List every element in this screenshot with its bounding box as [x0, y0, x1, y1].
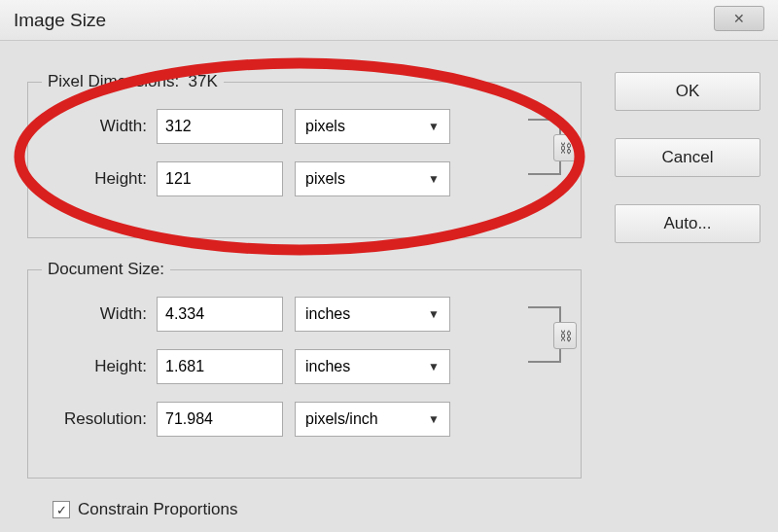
doc-resolution-unit-select[interactable]: pixels/inch ▼ — [295, 402, 450, 437]
pixel-width-input[interactable] — [157, 109, 283, 144]
chevron-down-icon: ▼ — [428, 307, 440, 321]
pixel-height-unit-value: pixels — [305, 170, 345, 188]
document-size-group: Document Size: Width: inches ▼ Height: i… — [27, 260, 582, 479]
cancel-button[interactable]: Cancel — [615, 138, 760, 177]
doc-width-unit-value: inches — [305, 305, 350, 323]
doc-height-row: Height: inches ▼ — [42, 349, 567, 384]
chevron-down-icon: ▼ — [428, 412, 440, 426]
constrain-proportions-checkbox[interactable]: ✓ — [53, 501, 70, 518]
doc-height-unit-value: inches — [305, 358, 350, 375]
doc-height-input[interactable] — [157, 349, 283, 384]
ok-button[interactable]: OK — [615, 72, 760, 111]
pixel-height-row: Height: pixels ▼ — [42, 161, 567, 196]
doc-width-input[interactable] — [157, 297, 283, 332]
chevron-down-icon: ▼ — [428, 172, 440, 186]
doc-resolution-input[interactable] — [157, 402, 283, 437]
link-icon[interactable]: ⛓ — [553, 134, 577, 161]
doc-resolution-label: Resolution: — [42, 409, 157, 429]
doc-width-row: Width: inches ▼ — [42, 297, 567, 332]
pixel-width-row: Width: pixels ▼ — [42, 109, 567, 144]
pixel-height-label: Height: — [42, 169, 157, 189]
doc-width-label: Width: — [42, 304, 157, 324]
pixel-dimensions-legend: Pixel Dimensions: 37K — [42, 72, 224, 91]
doc-resolution-row: Resolution: pixels/inch ▼ — [42, 402, 567, 437]
content-column: Pixel Dimensions: 37K Width: pixels ▼ He… — [27, 72, 582, 519]
doc-height-unit-select[interactable]: inches ▼ — [295, 349, 450, 384]
window-title: Image Size — [14, 10, 106, 31]
doc-resolution-unit-value: pixels/inch — [305, 410, 378, 428]
chevron-down-icon: ▼ — [428, 360, 440, 373]
dialog-body: Pixel Dimensions: 37K Width: pixels ▼ He… — [0, 41, 778, 532]
auto-button[interactable]: Auto... — [615, 204, 760, 243]
pixel-width-unit-select[interactable]: pixels ▼ — [295, 109, 450, 144]
doc-height-label: Height: — [42, 357, 157, 376]
checkmark-icon: ✓ — [56, 503, 67, 517]
close-icon: ✕ — [733, 11, 745, 26]
pixel-dimensions-group: Pixel Dimensions: 37K Width: pixels ▼ He… — [27, 72, 582, 238]
pixel-height-input[interactable] — [157, 161, 283, 196]
close-button[interactable]: ✕ — [714, 6, 764, 31]
pixel-height-unit-select[interactable]: pixels ▼ — [295, 161, 450, 196]
titlebar: Image Size ✕ — [0, 0, 778, 41]
pixel-width-unit-value: pixels — [305, 118, 345, 135]
document-size-legend: Document Size: — [42, 260, 170, 279]
side-buttons: OK Cancel Auto... — [615, 72, 760, 270]
constrain-proportions-row[interactable]: ✓ Constrain Proportions — [53, 500, 582, 519]
chevron-down-icon: ▼ — [428, 120, 440, 133]
link-icon[interactable]: ⛓ — [553, 322, 577, 349]
doc-width-unit-select[interactable]: inches ▼ — [295, 297, 450, 332]
constrain-proportions-label: Constrain Proportions — [78, 500, 237, 519]
pixel-width-label: Width: — [42, 117, 157, 136]
